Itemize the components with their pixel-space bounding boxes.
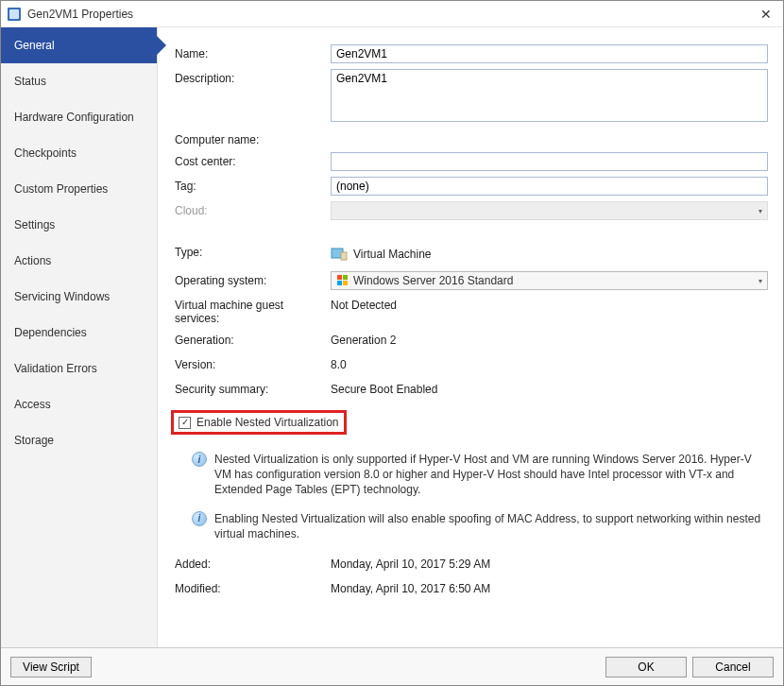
label-version: Version:: [175, 355, 331, 371]
type-value: Virtual Machine: [353, 248, 432, 261]
sidebar-item-hardware-configuration[interactable]: Hardware Configuration: [1, 99, 157, 135]
cost-center-input[interactable]: [331, 152, 768, 171]
security-value: Secure Boot Enabled: [331, 380, 768, 399]
label-generation: Generation:: [175, 331, 331, 347]
sidebar-item-general[interactable]: General: [1, 27, 157, 63]
os-value: Windows Server 2016 Standard: [353, 274, 513, 287]
sidebar-item-label: Hardware Configuration: [14, 111, 134, 124]
sidebar-item-label: Access: [14, 398, 51, 411]
chevron-down-icon: ▾: [758, 277, 762, 285]
os-dropdown[interactable]: Windows Server 2016 Standard ▾: [331, 271, 768, 290]
sidebar-item-label: Checkpoints: [14, 146, 77, 160]
sidebar-item-storage[interactable]: Storage: [1, 422, 157, 458]
sidebar-item-label: Dependencies: [14, 326, 87, 339]
sidebar-item-label: Custom Properties: [14, 182, 108, 196]
sidebar-item-access[interactable]: Access: [1, 386, 157, 422]
label-computer-name: Computer name:: [175, 130, 331, 146]
sidebar-item-settings[interactable]: Settings: [1, 207, 157, 243]
name-input[interactable]: [331, 44, 768, 63]
svg-rect-6: [337, 281, 342, 285]
content-pane: Name: Description: Computer name: Cost c…: [158, 27, 783, 647]
info-text-2: Enabling Nested Virtualization will also…: [214, 511, 764, 541]
ok-button[interactable]: OK: [605, 657, 687, 677]
sidebar-item-dependencies[interactable]: Dependencies: [1, 315, 157, 351]
sidebar-item-label: Validation Errors: [14, 362, 97, 375]
svg-rect-5: [343, 275, 348, 280]
view-script-button[interactable]: View Script: [10, 657, 92, 677]
added-value: Monday, April 10, 2017 5:29 AM: [331, 555, 768, 574]
close-icon[interactable]: ✕: [755, 3, 777, 26]
version-value: 8.0: [331, 355, 768, 374]
modified-value: Monday, April 10, 2017 6:50 AM: [331, 579, 768, 598]
label-cost-center: Cost center:: [175, 152, 331, 168]
label-security: Security summary:: [175, 380, 331, 396]
sidebar-item-validation-errors[interactable]: Validation Errors: [1, 351, 157, 386]
sidebar-item-label: Settings: [14, 218, 55, 232]
label-cloud: Cloud:: [175, 201, 331, 217]
sidebar-item-status[interactable]: Status: [1, 63, 157, 99]
checkbox-label: Enable Nested Virtualization: [196, 416, 339, 429]
windows-icon: [337, 275, 349, 286]
sidebar-item-actions[interactable]: Actions: [1, 243, 157, 279]
generation-value: Generation 2: [331, 331, 768, 350]
svg-rect-4: [337, 275, 342, 280]
sidebar-item-servicing-windows[interactable]: Servicing Windows: [1, 279, 157, 315]
cloud-dropdown: ▾: [331, 201, 768, 220]
tag-input[interactable]: [331, 177, 768, 196]
sidebar-item-label: Actions: [14, 254, 51, 267]
description-input[interactable]: [331, 69, 768, 122]
highlight-box: ✓ Enable Nested Virtualization: [171, 410, 347, 435]
sidebar: General Status Hardware Configuration Ch…: [1, 27, 158, 647]
svg-rect-3: [341, 252, 347, 260]
label-os: Operating system:: [175, 271, 331, 287]
titlebar: Gen2VM1 Properties ✕: [1, 1, 783, 27]
svg-rect-7: [343, 281, 348, 285]
info-text-1: Nested Virtualization is only supported …: [214, 452, 764, 498]
sidebar-item-label: Status: [14, 75, 46, 88]
footer: View Script OK Cancel: [1, 647, 783, 685]
sidebar-item-label: General: [14, 39, 55, 52]
info-icon: i: [192, 452, 207, 467]
window-title: Gen2VM1 Properties: [27, 8, 755, 21]
info-icon: i: [192, 511, 207, 526]
label-description: Description:: [175, 69, 331, 85]
chevron-down-icon: ▾: [758, 207, 762, 215]
nested-virtualization-checkbox-row[interactable]: ✓ Enable Nested Virtualization: [179, 416, 339, 429]
app-icon: [7, 7, 22, 22]
sidebar-item-label: Servicing Windows: [14, 290, 110, 303]
computer-name-value: [331, 130, 768, 136]
label-name: Name:: [175, 44, 331, 60]
label-tag: Tag:: [175, 177, 331, 193]
svg-rect-1: [9, 9, 19, 19]
checkbox-icon: ✓: [179, 417, 191, 429]
label-added: Added:: [175, 555, 331, 571]
cancel-button[interactable]: Cancel: [692, 657, 774, 677]
sidebar-item-checkpoints[interactable]: Checkpoints: [1, 135, 157, 171]
sidebar-item-custom-properties[interactable]: Custom Properties: [1, 171, 157, 207]
label-type: Type:: [175, 243, 331, 259]
label-modified: Modified:: [175, 579, 331, 595]
label-guest-services: Virtual machine guest services:: [175, 296, 331, 325]
vm-icon: [331, 246, 348, 263]
guest-services-value: Not Detected: [331, 296, 768, 315]
sidebar-item-label: Storage: [14, 434, 54, 447]
